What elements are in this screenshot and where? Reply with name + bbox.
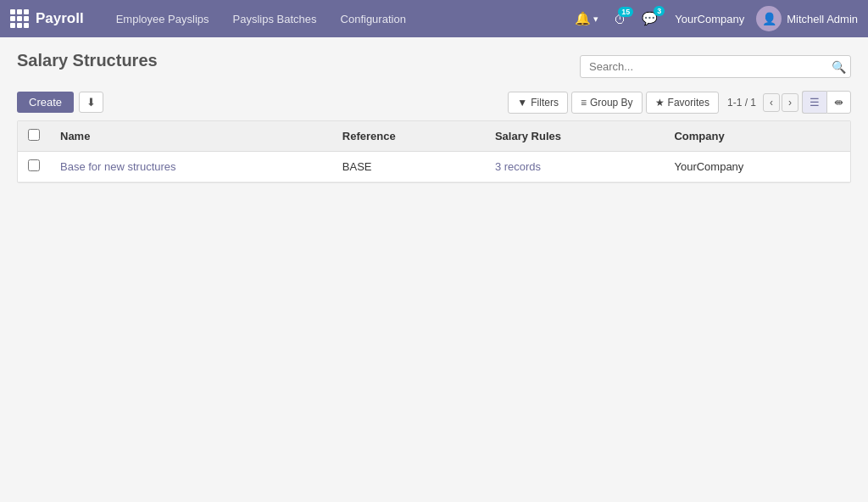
pagination-text: 1-1 / 1 — [722, 97, 761, 109]
row-checkbox[interactable] — [28, 159, 40, 171]
filter-icon: ▼ — [517, 97, 527, 109]
kanban-view-icon: ⇼ — [834, 96, 843, 109]
row-name-cell: Base for new structures — [50, 152, 332, 182]
nav-configuration[interactable]: Configuration — [329, 0, 418, 37]
pagination-prev[interactable]: ‹ — [763, 93, 780, 112]
row-reference-cell: BASE — [332, 152, 485, 182]
search-button[interactable]: 🔍 — [832, 60, 846, 74]
toolbar-right: ▼ Filters ≡ Group By ★ Favorites 1-1 / 1… — [508, 91, 851, 114]
col-company: Company — [664, 121, 850, 152]
row-reference: BASE — [342, 160, 372, 173]
company-name[interactable]: YourCompany — [668, 9, 751, 29]
avatar[interactable]: 👤 — [756, 6, 782, 31]
col-salary-rules: Salary Rules — [485, 121, 665, 152]
favorites-label: Favorites — [668, 97, 709, 109]
nav-payslips-batches[interactable]: Payslips Batches — [221, 0, 329, 37]
row-salary-rules-cell: 3 records — [485, 152, 665, 182]
app-title: Payroll — [36, 10, 84, 27]
app-brand[interactable]: Payroll — [10, 9, 84, 28]
chat-button[interactable]: 💬 3 — [637, 8, 663, 30]
notifications-button[interactable]: 🔔 ▾ — [570, 8, 604, 30]
table-header-row: Name Reference Salary Rules Company — [18, 121, 850, 152]
search-wrapper: 🔍 — [580, 55, 851, 78]
nav-links: Employee Payslips Payslips Batches Confi… — [104, 0, 570, 37]
row-checkbox-cell[interactable] — [18, 152, 50, 182]
nav-right: 🔔 ▾ ⏱ 15 💬 3 YourCompany 👤 Mitchell Admi… — [570, 6, 858, 31]
page-title: Salary Structures — [17, 51, 158, 70]
star-icon: ★ — [655, 97, 665, 109]
download-button[interactable]: ⬇ — [79, 92, 103, 113]
row-company-cell: YourCompany — [664, 152, 850, 182]
main-content: Salary Structures 🔍 Create ⬇ ▼ Filters ≡… — [0, 37, 868, 197]
create-button[interactable]: Create — [17, 92, 74, 113]
table-wrapper: Name Reference Salary Rules Company — [17, 120, 851, 183]
view-toggle: ☰ ⇼ — [802, 91, 851, 114]
chat-badge: 3 — [654, 6, 665, 16]
admin-name[interactable]: Mitchell Admin — [787, 13, 858, 25]
search-input[interactable] — [580, 55, 851, 78]
bell-icon: 🔔 — [575, 11, 591, 26]
pagination: 1-1 / 1 ‹ › — [722, 93, 798, 112]
avatar-icon: 👤 — [762, 12, 776, 25]
download-icon: ⬇ — [86, 96, 96, 109]
list-view-icon: ☰ — [810, 96, 820, 109]
activity-button[interactable]: ⏱ 15 — [609, 8, 632, 30]
kanban-view-button[interactable]: ⇼ — [826, 91, 851, 114]
activity-badge: 15 — [618, 7, 633, 17]
pagination-next[interactable]: › — [782, 93, 798, 112]
favorites-button[interactable]: ★ Favorites — [646, 92, 719, 114]
select-all-checkbox[interactable] — [28, 129, 40, 141]
col-name: Name — [50, 121, 332, 152]
toolbar-row: Create ⬇ ▼ Filters ≡ Group By ★ Favorite… — [17, 91, 851, 114]
select-all-header[interactable] — [18, 121, 50, 152]
filters-button[interactable]: ▼ Filters — [508, 92, 568, 114]
groupby-icon: ≡ — [581, 97, 587, 109]
app-menu-icon[interactable] — [10, 9, 29, 28]
row-name-link[interactable]: Base for new structures — [60, 160, 176, 173]
nav-employee-payslips[interactable]: Employee Payslips — [104, 0, 221, 37]
salary-structures-table: Name Reference Salary Rules Company — [18, 121, 850, 182]
navbar: Payroll Employee Payslips Payslips Batch… — [0, 0, 868, 37]
filters-label: Filters — [531, 97, 559, 109]
groupby-button[interactable]: ≡ Group By — [571, 92, 643, 114]
col-reference: Reference — [332, 121, 485, 152]
toolbar-left: Create ⬇ — [17, 92, 103, 113]
row-salary-rules-link[interactable]: 3 records — [495, 160, 541, 173]
row-company: YourCompany — [674, 160, 743, 173]
groupby-label: Group By — [590, 97, 633, 109]
table-row: Base for new structures BASE 3 records Y… — [18, 152, 850, 182]
bell-dropdown-arrow: ▾ — [593, 14, 598, 25]
list-view-button[interactable]: ☰ — [802, 91, 826, 114]
